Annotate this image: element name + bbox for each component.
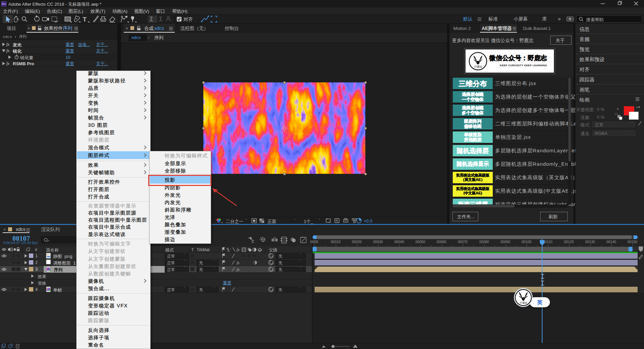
svg-text:fx: fx: [237, 247, 240, 252]
svg-text:行鹿志: 行鹿志: [520, 301, 528, 304]
svg-text:fx: fx: [237, 261, 240, 265]
svg-text:行鹿志: 行鹿志: [474, 65, 482, 68]
svg-text:fx: fx: [237, 267, 240, 272]
svg-text:T: T: [83, 16, 87, 23]
